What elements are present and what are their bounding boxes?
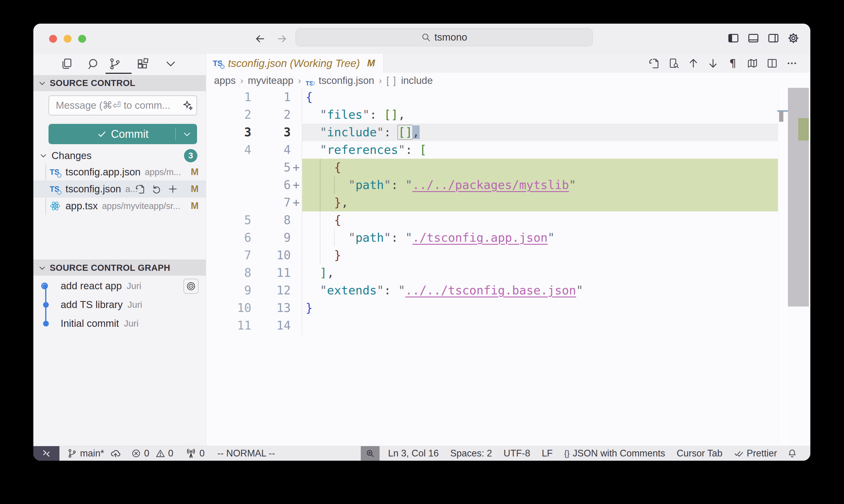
back-arrow-icon[interactable] (254, 33, 266, 45)
code-line-content[interactable]: } (302, 299, 788, 317)
previous-change-arrow-up-icon[interactable] (688, 57, 699, 69)
tsconfig-file-icon: TS (50, 167, 61, 178)
code-line[interactable]: 710 } (206, 247, 810, 264)
code-line-content[interactable]: { (302, 211, 788, 229)
commit-dropdown-chevron-icon[interactable] (183, 130, 192, 139)
whitespace-pilcrow-icon[interactable]: ¶ (727, 57, 739, 69)
file-row-tsconfig-json[interactable]: TS tsconfig.json a... M (33, 181, 206, 197)
commit-button-label: Commit (111, 128, 149, 141)
code-line-content[interactable]: ], (302, 264, 788, 282)
commit-message-input[interactable] (49, 95, 197, 115)
changes-header[interactable]: Changes 3 (33, 148, 206, 163)
toggle-secondary-sidebar-icon[interactable] (767, 32, 779, 44)
code-line-content[interactable]: "references": [ (302, 141, 788, 159)
code-token: } (306, 301, 313, 315)
code-line-content[interactable]: "include": [], (302, 124, 788, 141)
extensions-icon[interactable] (136, 57, 149, 70)
stage-changes-plus-icon[interactable] (168, 184, 178, 194)
goto-current-commit-button[interactable] (184, 278, 199, 294)
old-line-number (206, 159, 251, 176)
cursor-position-status[interactable]: Ln 3, Col 16 (388, 448, 439, 459)
remote-indicator[interactable] (33, 446, 59, 461)
code-line-content[interactable]: "files": [], (302, 106, 788, 124)
toggle-primary-sidebar-icon[interactable] (727, 32, 739, 44)
code-line-content[interactable]: { (302, 88, 788, 106)
code-line[interactable]: 22 "files": [], (206, 106, 810, 124)
code-line[interactable]: 5+ { (206, 159, 810, 176)
braces-icon: {} (564, 449, 570, 458)
breadcrumb-item-tsconfig[interactable]: tsconfig.json (318, 75, 374, 86)
open-file-icon[interactable] (135, 184, 145, 194)
inline-diff-view-icon[interactable] (668, 57, 679, 69)
search-view-icon[interactable] (87, 57, 100, 70)
command-center-search[interactable]: tsmono (296, 28, 593, 46)
code-token (306, 231, 348, 245)
formatter-status[interactable]: Prettier (734, 448, 777, 459)
vim-mode-indicator[interactable]: -- NORMAL -- (217, 448, 275, 459)
settings-gear-icon[interactable] (787, 32, 799, 44)
code-line[interactable]: 6+ "path": "../../packages/mytslib" (206, 176, 810, 194)
commit-row[interactable]: add react app Juri (33, 278, 206, 294)
source-control-icon[interactable] (108, 57, 121, 70)
open-changes-icon[interactable] (648, 57, 660, 69)
split-editor-icon[interactable] (767, 57, 778, 69)
code-line[interactable]: 7+ }, (206, 194, 810, 211)
code-line[interactable]: 912 "extends": "../../tsconfig.base.json… (206, 282, 810, 299)
breadcrumb-item-include[interactable]: include (401, 75, 433, 86)
code-line-content[interactable]: "path": "./tsconfig.app.json" (302, 229, 788, 247)
code-line[interactable]: 1114 (206, 317, 810, 335)
screen-zoom-indicator[interactable] (361, 446, 380, 461)
indentation-status[interactable]: Spaces: 2 (450, 448, 492, 459)
close-window-button[interactable] (49, 35, 57, 43)
errors-icon (131, 449, 141, 458)
maximize-window-button[interactable] (78, 35, 86, 43)
commit-row[interactable]: Initial commit Juri (33, 316, 206, 331)
explorer-icon[interactable] (60, 57, 73, 70)
ports-status[interactable]: 0 (186, 448, 205, 459)
encoding-status[interactable]: UTF-8 (503, 448, 530, 459)
code-line-content[interactable]: "path": "../../packages/mytslib" (302, 176, 788, 194)
commit-row[interactable]: add TS library Juri (33, 297, 206, 312)
cursor-tab-status[interactable]: Cursor Tab (677, 448, 722, 459)
code-line[interactable]: 44 "references": [ (206, 141, 810, 159)
code-line[interactable]: 811 ], (206, 264, 810, 282)
sync-changes[interactable] (110, 448, 121, 459)
file-row-app-tsx[interactable]: app.tsx apps/myviteapp/sr... M (33, 197, 206, 214)
code-line[interactable]: 33 "include": [], (206, 124, 810, 141)
code-line-content[interactable]: } (302, 247, 788, 264)
sparkle-ai-icon[interactable] (183, 100, 193, 111)
commit-button[interactable]: Commit (49, 124, 197, 144)
branch-status[interactable]: main* (67, 448, 104, 459)
next-change-arrow-down-icon[interactable] (707, 57, 719, 69)
breadcrumb-item-myviteapp[interactable]: myviteapp (248, 75, 293, 86)
code-line[interactable]: 58 { (206, 211, 810, 229)
source-control-section-header[interactable]: SOURCE CONTROL (33, 75, 206, 91)
code-line[interactable]: 69 "path": "./tsconfig.app.json" (206, 229, 810, 247)
breadcrumb-item-apps[interactable]: apps (214, 75, 236, 86)
code-line-content[interactable]: "extends": "../../tsconfig.base.json" (302, 282, 788, 299)
more-actions-ellipsis-icon[interactable] (786, 57, 798, 69)
tab-tsconfig-working-tree[interactable]: TS tsconfig.json (Working Tree) M (206, 54, 383, 73)
minimize-window-button[interactable] (64, 35, 71, 43)
file-row-tsconfig-app-json[interactable]: TS tsconfig.app.json apps/m... M (33, 164, 206, 181)
symbol-array-icon: [ ] (386, 75, 397, 86)
map-outline-icon[interactable] (747, 57, 758, 69)
toggle-panel-icon[interactable] (747, 32, 759, 44)
eol-status[interactable]: LF (542, 448, 553, 459)
source-control-graph-header[interactable]: SOURCE CONTROL GRAPH (33, 259, 206, 276)
source-control-graph-title: SOURCE CONTROL GRAPH (50, 263, 170, 273)
code-line-content[interactable]: { (302, 159, 788, 176)
line-col-text: Ln 3, Col 16 (388, 448, 439, 459)
problems-status[interactable]: 0 0 (131, 448, 173, 459)
search-value: tsmono (434, 32, 467, 43)
discard-changes-icon[interactable] (151, 184, 161, 194)
notifications-bell[interactable] (787, 449, 797, 458)
code-line-content[interactable]: }, (302, 194, 788, 211)
forward-arrow-icon[interactable] (276, 33, 288, 45)
code-line[interactable]: 11{ (206, 88, 810, 106)
code-line-content[interactable] (302, 317, 788, 335)
code-line[interactable]: 1013} (206, 299, 810, 317)
file-name: app.tsx (66, 200, 98, 212)
views-chevron-icon[interactable] (164, 57, 177, 70)
language-mode-status[interactable]: {} JSON with Comments (564, 448, 665, 459)
